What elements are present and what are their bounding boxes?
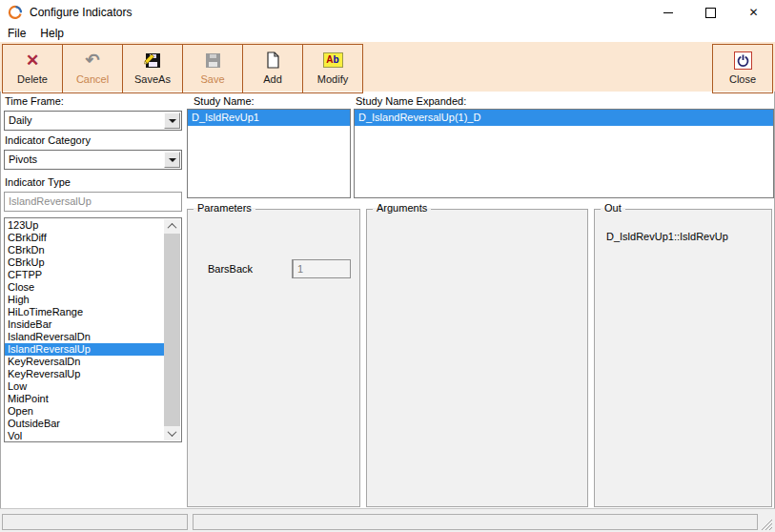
list-item[interactable]: Open (5, 405, 165, 418)
indicator-category-label: Indicator Category (5, 134, 91, 146)
status-panel-right (193, 514, 758, 530)
cancel-button[interactable]: ↶ Cancel (62, 44, 123, 93)
list-item[interactable]: CFTPP (5, 269, 165, 281)
toolbar: ✕ Delete ↶ Cancel SaveAs (0, 42, 775, 92)
chevron-up-icon (168, 223, 177, 233)
modify-label: Modify (317, 73, 348, 85)
save-icon (205, 49, 221, 72)
cancel-label: Cancel (76, 73, 109, 85)
save-as-icon (144, 49, 162, 72)
list-item[interactable]: MidPoint (5, 393, 165, 405)
indicator-category-value: Pivots (5, 151, 181, 169)
indicator-list-scrollbar[interactable] (164, 219, 180, 440)
arguments-group-title: Arguments (373, 202, 431, 214)
out-group: Out D_IsldRevUp1::IsldRevUp (594, 209, 772, 507)
list-item[interactable]: IslandReversalUp (5, 343, 165, 356)
out-group-title: Out (601, 202, 625, 214)
time-frame-dropdown-button[interactable] (164, 113, 180, 129)
scroll-down-button[interactable] (164, 426, 180, 440)
list-item[interactable]: D_IslandReversalUp(1)_D (355, 110, 773, 126)
undo-arrow-icon: ↶ (85, 51, 99, 69)
chevron-down-icon (168, 427, 177, 437)
list-item[interactable]: Close (5, 281, 165, 294)
indicator-type-listbox[interactable]: 123UpCBrkDiffCBrkDnCBrkUpCFTPPCloseHighH… (4, 217, 182, 442)
delete-x-icon: ✕ (26, 52, 39, 69)
configure-indicators-window: Configure Indicators ✕ File Help ✕ Delet… (0, 0, 775, 532)
study-name-expanded-listbox[interactable]: D_IslandReversalUp(1)_D (354, 109, 774, 198)
power-icon (734, 51, 752, 70)
list-item[interactable]: High (5, 294, 165, 306)
save-label: Save (200, 73, 224, 85)
study-name-expanded-list-items: D_IslandReversalUp(1)_D (355, 110, 773, 126)
indicator-type-label: Indicator Type (5, 176, 71, 188)
study-name-expanded-label: Study Name Expanded: (356, 95, 466, 107)
arguments-group: Arguments (366, 209, 588, 507)
minimize-icon (663, 12, 673, 13)
app-logo-icon (8, 5, 23, 20)
list-item[interactable]: 123Up (5, 219, 165, 232)
list-item[interactable]: Vol (5, 430, 165, 442)
list-item[interactable]: HiLoTimeRange (5, 306, 165, 318)
list-item[interactable]: InsideBar (5, 318, 165, 331)
close-icon: ✕ (748, 7, 758, 18)
menu-help[interactable]: Help (40, 27, 64, 40)
list-item[interactable]: IslandReversalDn (5, 331, 165, 343)
add-label: Add (263, 73, 282, 85)
window-controls: ✕ (646, 0, 775, 25)
modify-button[interactable]: Ab Modify (302, 44, 363, 93)
scrollbar-thumb[interactable] (164, 234, 180, 426)
new-document-icon (266, 49, 280, 72)
status-panel-left (2, 514, 188, 530)
study-name-label: Study Name: (194, 95, 255, 107)
title-bar: Configure Indicators ✕ (0, 0, 775, 25)
indicator-type-list-items: 123UpCBrkDiffCBrkDnCBrkUpCFTPPCloseHighH… (5, 219, 165, 442)
chevron-down-icon (169, 119, 176, 123)
indicator-type-field[interactable]: IslandReversalUp (4, 192, 182, 212)
close-button[interactable]: Close (712, 44, 773, 93)
delete-label: Delete (17, 73, 48, 85)
save-button[interactable]: Save (182, 44, 243, 93)
modify-ab-icon: Ab (323, 52, 343, 68)
list-item[interactable]: CBrkUp (5, 256, 165, 269)
study-name-listbox[interactable]: D_IsldRevUp1 (187, 109, 351, 198)
chevron-down-icon (169, 158, 176, 162)
indicator-category-dropdown[interactable]: Pivots (4, 150, 182, 170)
study-name-list-items: D_IsldRevUp1 (188, 110, 350, 126)
save-as-button[interactable]: SaveAs (122, 44, 183, 93)
menu-file[interactable]: File (8, 27, 26, 40)
resize-grip[interactable] (761, 518, 773, 530)
window-title: Configure Indicators (30, 6, 132, 19)
indicator-type-value: IslandReversalUp (5, 193, 181, 211)
close-window-button[interactable]: ✕ (732, 0, 775, 25)
scroll-up-button[interactable] (164, 219, 180, 234)
time-frame-dropdown[interactable]: Daily (4, 111, 182, 131)
list-item[interactable]: CBrkDiff (5, 232, 165, 244)
save-as-label: SaveAs (134, 73, 171, 85)
parameters-group-title: Parameters (194, 202, 255, 214)
out-value: D_IsldRevUp1::IsldRevUp (606, 231, 728, 242)
time-frame-value: Daily (5, 112, 181, 130)
maximize-button[interactable] (689, 0, 732, 25)
menu-bar: File Help (0, 25, 775, 42)
barsback-label: BarsBack (208, 263, 253, 275)
list-item[interactable]: D_IsldRevUp1 (188, 110, 350, 126)
minimize-button[interactable] (646, 0, 689, 25)
toolbar-button-group: ✕ Delete ↶ Cancel SaveAs (2, 44, 363, 93)
list-item[interactable]: KeyReversalUp (5, 368, 165, 380)
status-bar (0, 508, 775, 532)
barsback-field[interactable]: 1 (292, 259, 351, 278)
indicator-category-dropdown-button[interactable] (164, 152, 180, 168)
list-item[interactable]: OutsideBar (5, 418, 165, 430)
list-item[interactable]: CBrkDn (5, 244, 165, 256)
list-item[interactable]: Low (5, 380, 165, 393)
delete-button[interactable]: ✕ Delete (2, 44, 63, 93)
close-label: Close (729, 73, 756, 85)
parameters-group: Parameters BarsBack 1 (187, 209, 360, 507)
barsback-value: 1 (293, 260, 305, 277)
maximize-icon (705, 8, 716, 18)
time-frame-label: Time Frame: (5, 95, 64, 107)
add-button[interactable]: Add (242, 44, 303, 93)
list-item[interactable]: KeyReversalDn (5, 356, 165, 368)
